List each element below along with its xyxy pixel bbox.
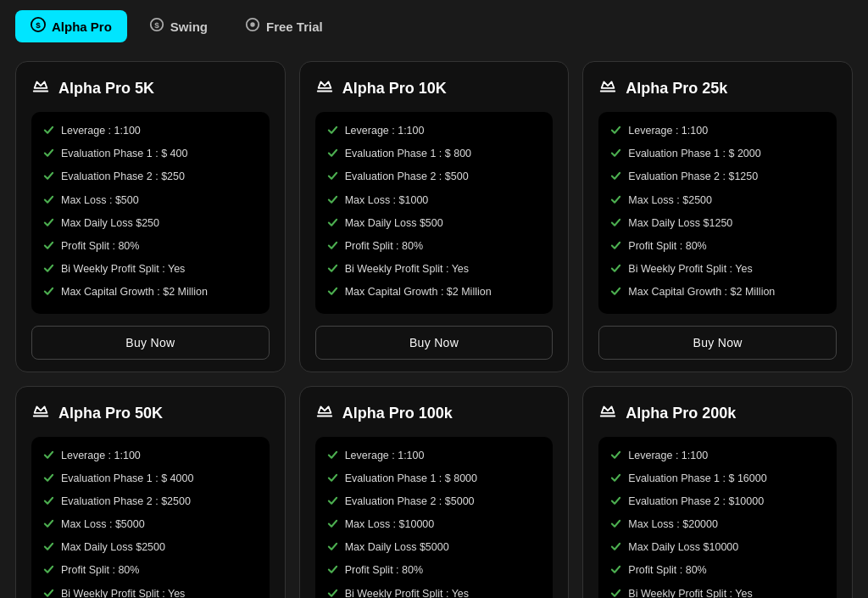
feature-text: Profit Split : 80% [61, 563, 139, 578]
feature-text: Evaluation Phase 2 : $250 [61, 170, 185, 185]
check-icon [327, 588, 338, 598]
card-alpha-pro-100k: Alpha Pro 100kLeverage : 1:100Evaluation… [299, 386, 570, 599]
feature-item: Evaluation Phase 2 : $500 [327, 170, 542, 186]
feature-item: Leverage : 1:100 [610, 449, 825, 465]
card-header-alpha-pro-5k: Alpha Pro 5K [31, 77, 270, 100]
check-icon [43, 148, 54, 163]
crown-icon [31, 402, 50, 425]
feature-item: Evaluation Phase 1 : $ 16000 [610, 472, 825, 488]
main-content: Alpha Pro 5KLeverage : 1:100Evaluation P… [0, 53, 868, 598]
circle-dot-icon [245, 17, 260, 36]
feature-text: Max Loss : $500 [61, 193, 139, 209]
feature-item: Max Capital Growth : $2 Million [43, 285, 258, 301]
feature-text: Bi Weekly Profit Split : Yes [628, 587, 752, 598]
feature-text: Evaluation Phase 1 : $ 16000 [628, 472, 766, 487]
check-icon [43, 495, 54, 511]
feature-text: Max Capital Growth : $2 Million [345, 285, 492, 300]
crown-icon [598, 402, 617, 425]
feature-text: Max Loss : $20000 [628, 517, 718, 533]
feature-item: Profit Split : 80% [610, 563, 825, 579]
check-icon [43, 240, 54, 255]
crown-icon [31, 77, 50, 100]
nav-tab-free-trial[interactable]: Free Trial [230, 10, 338, 42]
nav-tab-alpha-pro[interactable]: $Alpha Pro [15, 10, 127, 42]
nav-tab-label-free-trial: Free Trial [266, 20, 323, 34]
feature-text: Max Loss : $5000 [61, 517, 145, 533]
check-icon [43, 217, 54, 232]
feature-item: Evaluation Phase 2 : $1250 [610, 170, 825, 186]
card-title: Alpha Pro 25k [626, 80, 727, 98]
card-body-alpha-pro-10k: Leverage : 1:100Evaluation Phase 1 : $ 8… [315, 112, 554, 314]
feature-text: Leverage : 1:100 [628, 124, 708, 139]
feature-text: Evaluation Phase 1 : $ 8000 [345, 472, 477, 487]
check-icon [327, 472, 338, 488]
svg-text:$: $ [36, 20, 41, 30]
feature-item: Max Loss : $5000 [43, 517, 258, 534]
feature-text: Evaluation Phase 2 : $500 [345, 170, 469, 185]
check-icon [610, 217, 621, 232]
check-icon [610, 286, 621, 301]
check-icon [43, 125, 54, 140]
card-alpha-pro-5k: Alpha Pro 5KLeverage : 1:100Evaluation P… [15, 61, 286, 372]
check-icon [327, 518, 338, 534]
feature-item: Evaluation Phase 1 : $ 2000 [610, 147, 825, 163]
feature-item: Bi Weekly Profit Split : Yes [610, 587, 825, 598]
check-icon [610, 240, 621, 255]
feature-item: Max Daily Loss $1250 [610, 216, 825, 232]
check-icon [43, 588, 54, 598]
card-title: Alpha Pro 100k [342, 405, 453, 422]
feature-text: Evaluation Phase 2 : $5000 [345, 495, 475, 510]
feature-item: Evaluation Phase 1 : $ 400 [43, 147, 258, 163]
check-icon [610, 588, 621, 598]
check-icon [43, 170, 54, 186]
feature-text: Max Capital Growth : $2 Million [61, 285, 208, 300]
feature-item: Max Loss : $10000 [327, 517, 542, 534]
feature-text: Bi Weekly Profit Split : Yes [61, 262, 185, 277]
card-header-alpha-pro-50k: Alpha Pro 50K [31, 402, 270, 425]
feature-item: Profit Split : 80% [43, 563, 258, 579]
feature-text: Bi Weekly Profit Split : Yes [61, 587, 185, 598]
check-icon [327, 495, 338, 511]
check-icon [327, 263, 338, 278]
check-icon [610, 495, 621, 511]
feature-text: Evaluation Phase 2 : $2500 [61, 495, 191, 510]
feature-text: Leverage : 1:100 [628, 449, 708, 464]
nav-tab-swing[interactable]: $Swing [134, 10, 223, 42]
feature-text: Max Daily Loss $500 [345, 216, 443, 232]
feature-text: Leverage : 1:100 [345, 449, 425, 464]
check-icon [43, 472, 54, 488]
feature-text: Bi Weekly Profit Split : Yes [345, 587, 469, 598]
feature-item: Max Loss : $1000 [327, 193, 542, 210]
feature-text: Max Daily Loss $1250 [628, 216, 732, 232]
feature-text: Profit Split : 80% [61, 239, 139, 254]
feature-text: Bi Weekly Profit Split : Yes [628, 262, 752, 277]
card-title: Alpha Pro 50K [58, 405, 163, 422]
card-body-alpha-pro-25k: Leverage : 1:100Evaluation Phase 1 : $ 2… [598, 112, 837, 314]
check-icon [610, 194, 621, 210]
feature-item: Max Capital Growth : $2 Million [610, 285, 825, 301]
feature-item: Leverage : 1:100 [327, 449, 542, 465]
feature-item: Max Daily Loss $2500 [43, 540, 258, 556]
feature-text: Bi Weekly Profit Split : Yes [345, 262, 469, 277]
check-icon [610, 541, 621, 556]
card-body-alpha-pro-5k: Leverage : 1:100Evaluation Phase 1 : $ 4… [31, 112, 270, 314]
check-icon [610, 472, 621, 488]
card-body-alpha-pro-50k: Leverage : 1:100Evaluation Phase 1 : $ 4… [31, 437, 270, 599]
check-icon [43, 564, 54, 579]
check-icon [610, 148, 621, 163]
feature-text: Leverage : 1:100 [61, 124, 141, 139]
check-icon [610, 125, 621, 140]
feature-item: Max Daily Loss $5000 [327, 540, 542, 556]
feature-text: Max Daily Loss $5000 [345, 540, 449, 556]
buy-now-button[interactable]: Buy Now [598, 326, 837, 360]
check-icon [43, 450, 54, 465]
check-icon [610, 518, 621, 534]
check-icon [327, 194, 338, 210]
buy-now-button[interactable]: Buy Now [31, 326, 270, 360]
check-icon [327, 564, 338, 579]
check-icon [327, 450, 338, 465]
buy-now-button[interactable]: Buy Now [315, 326, 554, 360]
feature-text: Profit Split : 80% [345, 239, 423, 254]
feature-item: Max Loss : $500 [43, 193, 258, 210]
crown-icon [315, 77, 334, 100]
